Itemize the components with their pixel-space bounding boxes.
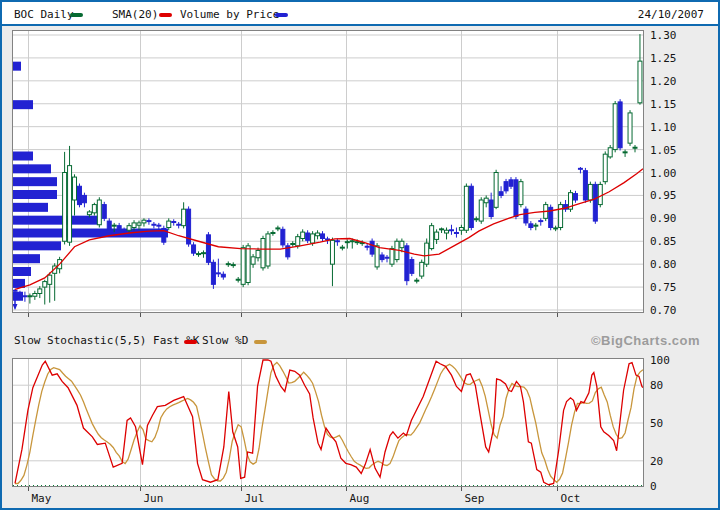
main-legend: BOC Daily SMA(20) Volume by Price 24/10/… [2, 2, 718, 24]
stochastic-legend: Slow Stochastic(5,5) Fast %K Slow %D ©Bi… [2, 331, 718, 351]
price-tick-label: 0.80 [650, 258, 677, 271]
price-tick-label: 1.00 [650, 167, 677, 180]
legend-swatch-volume-by-price [275, 13, 288, 17]
price-tick-label: 1.25 [650, 52, 677, 65]
bigcharts-chart: BOC Daily SMA(20) Volume by Price 24/10/… [0, 0, 720, 510]
legend-label-sma: SMA(20) [112, 8, 158, 21]
month-label: Oct [561, 492, 581, 505]
stochastic-tick-label: 50 [650, 417, 663, 430]
stochastic-tick-label: 0 [650, 480, 657, 493]
stochastic-tick-label: 80 [650, 379, 663, 392]
month-label: Jun [144, 492, 164, 505]
chart-date: 24/10/2007 [638, 8, 704, 21]
legend-swatch-sma [159, 13, 172, 17]
legend-label-fast-k: Slow Stochastic(5,5) Fast %K [14, 334, 199, 347]
chart-canvas: MayJunJulAugSepOct1.301.251.201.151.101.… [0, 0, 720, 510]
month-label: Sep [465, 492, 485, 505]
legend-swatch-symbol [70, 13, 83, 17]
price-tick-label: 0.95 [650, 189, 677, 202]
legend-label-symbol: BOC Daily [14, 8, 74, 21]
stochastic-tick-label: 20 [650, 455, 663, 468]
price-tick-label: 1.05 [650, 144, 677, 157]
legend-swatch-slow-d [254, 340, 267, 344]
price-tick-label: 1.30 [650, 29, 677, 42]
price-tick-label: 0.70 [650, 304, 677, 317]
month-label: May [32, 492, 52, 505]
header-divider [2, 24, 718, 26]
price-tick-label: 0.75 [650, 281, 677, 294]
price-tick-label: 1.10 [650, 121, 677, 134]
month-label: Aug [350, 492, 370, 505]
bigcharts-watermark: ©BigCharts.com [591, 333, 700, 348]
price-tick-label: 1.20 [650, 75, 677, 88]
price-tick-label: 1.15 [650, 98, 677, 111]
price-tick-label: 0.85 [650, 235, 677, 248]
legend-label-slow-d: Slow %D [202, 334, 248, 347]
month-label: Jul [245, 492, 265, 505]
legend-label-volume-by-price: Volume by Price [180, 8, 279, 21]
stochastic-tick-label: 100 [650, 354, 670, 367]
legend-swatch-fast-k [184, 340, 197, 344]
price-tick-label: 0.90 [650, 212, 677, 225]
